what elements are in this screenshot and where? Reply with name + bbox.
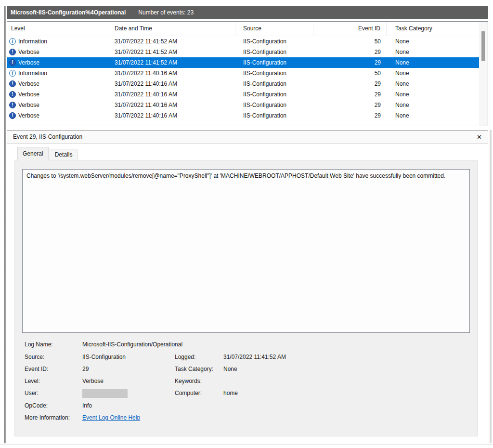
- event-detail-pane: Event 29, IIS-Configuration ✕ General De…: [7, 130, 488, 443]
- column-header-task-category[interactable]: Task Category: [387, 22, 479, 36]
- detail-pane-header: Event 29, IIS-Configuration ✕: [7, 131, 488, 144]
- event-description-text: Changes to '/system.webServer/modules/re…: [26, 172, 445, 179]
- field-row-user: User: Computer: home: [25, 388, 238, 398]
- vertical-scrollbar[interactable]: [479, 22, 488, 126]
- information-icon: i: [9, 70, 16, 77]
- detail-tab-strip: General Details: [17, 147, 78, 160]
- log-name-title: Microsoft-IIS-Configuration%4Operational: [11, 9, 126, 16]
- event-id-label: Event ID:: [25, 364, 82, 374]
- window-edge-bottom: [0, 444, 493, 445]
- log-title-bar: Microsoft-IIS-Configuration%4Operational…: [7, 6, 488, 19]
- opcode-value: Info: [82, 401, 92, 410]
- datetime-cell: 31/07/2022 11:40:16 AM: [111, 89, 235, 100]
- datetime-cell: 31/07/2022 11:40:16 AM: [111, 110, 235, 121]
- level-label: Level:: [25, 376, 82, 386]
- level-cell: Verbose: [18, 100, 39, 110]
- level-cell: Verbose: [18, 57, 39, 68]
- table-row[interactable]: ! Verbose 31/07/2022 11:40:16 AM IIS-Con…: [7, 79, 479, 89]
- tab-general-label: General: [23, 150, 43, 157]
- logged-label: Logged:: [175, 352, 223, 362]
- table-header-row: Level Date and Time Source Event ID Task…: [7, 22, 479, 36]
- source-cell: IIS-Configuration: [235, 57, 313, 68]
- source-cell: IIS-Configuration: [235, 89, 313, 100]
- column-header-level[interactable]: Level: [7, 22, 111, 36]
- detail-pane-title: Event 29, IIS-Configuration: [13, 133, 82, 140]
- source-cell: IIS-Configuration: [235, 36, 313, 47]
- source-cell: IIS-Configuration: [235, 110, 313, 121]
- datetime-cell: 31/07/2022 11:40:16 AM: [111, 79, 235, 89]
- user-value: [82, 388, 175, 398]
- general-tab-content: Changes to '/system.webServer/modules/re…: [14, 160, 478, 436]
- task-category-cell: None: [387, 79, 479, 89]
- table-row[interactable]: i Information 31/07/2022 11:41:52 AM IIS…: [7, 36, 479, 47]
- table-row[interactable]: ! Verbose 31/07/2022 11:40:16 AM IIS-Con…: [7, 110, 479, 121]
- verbose-icon: !: [9, 49, 16, 55]
- event-list-panel: Level Date and Time Source Event ID Task…: [7, 21, 488, 126]
- level-cell: Verbose: [18, 89, 39, 100]
- more-information-label: More Information:: [25, 413, 82, 422]
- event-description-box[interactable]: Changes to '/system.webServer/modules/re…: [22, 169, 470, 333]
- table-row[interactable]: ! Verbose 31/07/2022 11:41:52 AM IIS-Con…: [7, 47, 479, 57]
- column-header-source[interactable]: Source: [235, 22, 313, 36]
- datetime-cell: 31/07/2022 11:40:16 AM: [111, 68, 235, 79]
- level-cell: Information: [18, 68, 47, 79]
- level-cell: Verbose: [18, 47, 39, 57]
- field-row-source: Source: IIS-Configuration Logged: 31/07/…: [25, 352, 286, 362]
- column-header-event-id[interactable]: Event ID: [313, 22, 387, 36]
- log-name-label: Log Name:: [25, 340, 82, 349]
- field-row-more-information: More Information: Event Log Online Help: [25, 413, 140, 422]
- task-category-cell: None: [387, 68, 479, 79]
- task-category-label: Task Category:: [175, 364, 223, 374]
- task-category-cell: None: [387, 36, 479, 47]
- source-cell: IIS-Configuration: [235, 100, 313, 110]
- tab-details-label: Details: [55, 151, 73, 158]
- event-id-cell: 29: [313, 110, 387, 121]
- field-row-log-name: Log Name: Microsoft-IIS-Configuration/Op…: [25, 340, 182, 349]
- verbose-icon: !: [9, 80, 16, 87]
- datetime-cell: 31/07/2022 11:41:52 AM: [111, 47, 235, 57]
- event-viewer-window: Microsoft-IIS-Configuration%4Operational…: [0, 0, 493, 448]
- table-row[interactable]: ! Verbose 31/07/2022 11:40:16 AM IIS-Con…: [7, 100, 479, 110]
- field-row-opcode: OpCode: Info: [25, 401, 92, 410]
- task-category-cell: None: [387, 57, 479, 68]
- close-icon[interactable]: ✕: [477, 133, 482, 141]
- event-log-online-help-link[interactable]: Event Log Online Help: [82, 413, 140, 422]
- window-edge-left: [4, 6, 6, 443]
- table-row[interactable]: i Information 31/07/2022 11:40:16 AM IIS…: [7, 68, 479, 79]
- source-label: Source:: [25, 352, 82, 362]
- verbose-icon: !: [9, 112, 16, 119]
- table-row-selected[interactable]: ! Verbose 31/07/2022 11:41:52 AM IIS-Con…: [7, 57, 479, 68]
- event-id-cell: 29: [313, 47, 387, 57]
- verbose-icon: !: [9, 102, 16, 108]
- tab-general[interactable]: General: [17, 147, 49, 160]
- table-row[interactable]: ! Verbose 31/07/2022 11:40:16 AM IIS-Con…: [7, 89, 479, 100]
- verbose-icon: !: [9, 59, 16, 66]
- level-value: Verbose: [82, 376, 175, 386]
- logged-value: 31/07/2022 11:41:52 AM: [223, 352, 286, 362]
- field-row-level: Level: Verbose Keywords:: [25, 376, 223, 386]
- datetime-cell: 31/07/2022 11:41:52 AM: [111, 36, 235, 47]
- event-id-value: 29: [82, 364, 175, 374]
- level-cell: Verbose: [18, 79, 39, 89]
- keywords-label: Keywords:: [175, 376, 223, 386]
- source-cell: IIS-Configuration: [235, 47, 313, 57]
- opcode-label: OpCode:: [25, 401, 82, 410]
- user-label: User:: [25, 388, 82, 398]
- computer-value: home: [223, 388, 238, 398]
- task-category-cell: None: [387, 100, 479, 110]
- task-category-cell: None: [387, 47, 479, 57]
- computer-label: Computer:: [175, 388, 223, 398]
- tab-details[interactable]: Details: [50, 149, 78, 160]
- event-id-cell: 29: [313, 79, 387, 89]
- source-cell: IIS-Configuration: [235, 68, 313, 79]
- events-count-label: Number of events: 23: [138, 9, 194, 16]
- task-category-value: None: [223, 364, 237, 374]
- event-id-cell: 50: [313, 68, 387, 79]
- event-id-cell: 50: [313, 36, 387, 47]
- event-id-cell: 29: [313, 57, 387, 68]
- scrollbar-thumb[interactable]: [481, 31, 485, 61]
- task-category-cell: None: [387, 110, 479, 121]
- verbose-icon: !: [9, 91, 16, 98]
- field-row-event-id: Event ID: 29 Task Category: None: [25, 364, 237, 374]
- column-header-date-and-time[interactable]: Date and Time: [111, 22, 235, 36]
